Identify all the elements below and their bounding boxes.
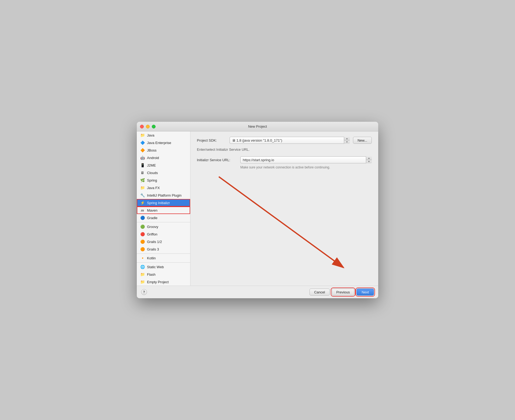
sidebar-item-label: Java xyxy=(147,133,154,137)
sdk-row: Project SDK: 🖥 1.8 (java version "1.8.0_… xyxy=(197,137,372,144)
minimize-button[interactable] xyxy=(146,125,150,128)
sidebar-item-intellij-platform-plugin[interactable]: 🔧 IntelliJ Platform Plugin xyxy=(137,191,190,199)
intellij-plugin-icon: 🔧 xyxy=(140,193,145,198)
url-input-box[interactable]: https://start.spring.io xyxy=(240,156,372,163)
sidebar-item-static-web[interactable]: 🌐 Static Web xyxy=(137,263,190,271)
url-label: Initializr Service URL: xyxy=(197,158,237,162)
bottom-bar: ? Cancel Previous Next xyxy=(137,286,378,298)
j2me-icon: 📱 xyxy=(140,163,145,168)
java-icon: 📁 xyxy=(140,133,145,138)
maven-icon: m xyxy=(140,208,145,213)
sidebar-item-label: Spring Initializr xyxy=(147,201,170,205)
sdk-stepper-up-button[interactable]: ▲ xyxy=(344,137,350,141)
sidebar-item-java[interactable]: 📁 Java xyxy=(137,131,190,139)
sidebar-item-label: Spring xyxy=(147,178,157,182)
java-fx-icon: 📁 xyxy=(140,185,145,190)
help-button[interactable]: ? xyxy=(141,289,147,295)
previous-button[interactable]: Previous xyxy=(332,289,355,296)
grails-12-icon: 🟠 xyxy=(140,239,145,244)
next-button[interactable]: Next xyxy=(356,289,374,296)
sdk-select-wrapper: 🖥 1.8 (java version "1.8.0_171") ▲ ▼ xyxy=(230,137,350,144)
url-row: Initializr Service URL: https://start.sp… xyxy=(197,156,372,163)
sidebar-item-java-fx[interactable]: 📁 Java FX xyxy=(137,184,190,191)
url-value: https://start.spring.io xyxy=(243,158,274,162)
sidebar-item-spring[interactable]: 🌿 Spring xyxy=(137,176,190,184)
groovy-icon: 🟢 xyxy=(140,224,145,229)
sidebar-item-label: Java FX xyxy=(147,186,160,190)
url-stepper: ▲ ▼ xyxy=(366,156,372,163)
flash-icon: 📁 xyxy=(140,272,145,277)
sidebar-item-griffon[interactable]: 🔴 Griffon xyxy=(137,230,190,238)
sdk-value: 🖥 1.8 (java version "1.8.0_171") xyxy=(232,138,282,142)
sidebar-item-label: Maven xyxy=(147,208,157,212)
sidebar-item-label: Empty Project xyxy=(147,280,169,284)
main-panel: Project SDK: 🖥 1.8 (java version "1.8.0_… xyxy=(190,131,378,286)
sidebar-item-label: Flash xyxy=(147,272,156,277)
sidebar-divider xyxy=(137,222,190,222)
window-title: New Project xyxy=(248,124,267,128)
griffon-icon: 🔴 xyxy=(140,232,145,237)
sidebar-item-label: J2ME xyxy=(147,163,156,167)
sdk-stepper: ▲ ▼ xyxy=(344,137,350,144)
gradle-icon: 🔵 xyxy=(140,215,145,220)
sidebar-divider-3 xyxy=(137,262,190,263)
url-stepper-up-button[interactable]: ▲ xyxy=(366,156,372,160)
spring-initializr-icon: ⚡ xyxy=(140,200,145,205)
hint-text: Enter/select Initializr Service URL. xyxy=(197,148,372,152)
arrow-area xyxy=(197,175,372,280)
sidebar-item-jboss[interactable]: 🔶 JBoss xyxy=(137,146,190,154)
sidebar-item-label: Griffon xyxy=(147,232,157,236)
sidebar-item-grails-12[interactable]: 🟠 Grails 1/2 xyxy=(137,238,190,245)
sidebar-item-label: Groovy xyxy=(147,225,158,229)
url-stepper-down-button[interactable]: ▼ xyxy=(366,160,372,164)
sidebar-item-groovy[interactable]: 🟢 Groovy xyxy=(137,223,190,230)
arrow-annotation xyxy=(197,175,372,280)
sdk-stepper-down-button[interactable]: ▼ xyxy=(344,141,350,144)
sidebar-item-flash[interactable]: 📁 Flash xyxy=(137,271,190,278)
sidebar-item-label: JBoss xyxy=(147,148,156,152)
window-body: 📁 Java 🔷 Java Enterprise 🔶 JBoss 🤖 Andro… xyxy=(137,131,378,286)
sidebar-item-j2me[interactable]: 📱 J2ME xyxy=(137,161,190,169)
sidebar-item-kotlin[interactable]: 🔸 Kotlin xyxy=(137,254,190,262)
sidebar-item-empty-project[interactable]: 📁 Empty Project xyxy=(137,278,190,286)
sidebar-item-label: Grails 3 xyxy=(147,247,159,251)
spring-icon: 🌿 xyxy=(140,178,145,183)
close-button[interactable] xyxy=(140,125,144,128)
sidebar-item-label: Static Web xyxy=(147,265,164,269)
sidebar-item-label: Gradle xyxy=(147,216,157,220)
jboss-icon: 🔶 xyxy=(140,148,145,153)
sidebar-divider-2 xyxy=(137,253,190,254)
maximize-button[interactable] xyxy=(152,125,156,128)
cancel-button[interactable]: Cancel xyxy=(310,289,329,296)
sidebar-item-label: Android xyxy=(147,156,159,160)
sidebar-item-maven[interactable]: m Maven xyxy=(137,207,190,214)
new-project-window: New Project 📁 Java 🔷 Java Enterprise 🔶 J… xyxy=(137,122,378,298)
sdk-select-box[interactable]: 🖥 1.8 (java version "1.8.0_171") xyxy=(230,137,350,144)
sidebar-item-grails-3[interactable]: 🟠 Grails 3 xyxy=(137,245,190,253)
sidebar-item-gradle[interactable]: 🔵 Gradle xyxy=(137,214,190,222)
empty-project-icon: 📁 xyxy=(140,279,145,284)
static-web-icon: 🌐 xyxy=(140,264,145,269)
sidebar-item-java-enterprise[interactable]: 🔷 Java Enterprise xyxy=(137,139,190,146)
clouds-icon: 🖥 xyxy=(140,170,145,175)
sidebar-item-android[interactable]: 🤖 Android xyxy=(137,154,190,161)
sidebar-item-spring-initializr[interactable]: ⚡ Spring Initializr xyxy=(137,199,190,207)
url-input-wrapper: https://start.spring.io ▲ ▼ xyxy=(240,156,372,163)
kotlin-icon: 🔸 xyxy=(140,256,145,260)
titlebar: New Project xyxy=(137,122,378,131)
sidebar-item-label: Clouds xyxy=(147,171,158,175)
window-controls xyxy=(140,125,156,128)
grails-3-icon: 🟠 xyxy=(140,247,145,252)
sidebar-item-clouds[interactable]: 🖥 Clouds xyxy=(137,169,190,176)
new-sdk-button[interactable]: New... xyxy=(353,137,372,144)
svg-line-1 xyxy=(219,177,344,268)
sidebar-item-label: IntelliJ Platform Plugin xyxy=(147,193,182,197)
sidebar: 📁 Java 🔷 Java Enterprise 🔶 JBoss 🤖 Andro… xyxy=(137,131,190,286)
sdk-label: Project SDK: xyxy=(197,138,226,142)
sidebar-item-label: Kotlin xyxy=(147,256,156,260)
java-enterprise-icon: 🔷 xyxy=(140,140,145,145)
sidebar-item-label: Grails 1/2 xyxy=(147,240,162,244)
sidebar-item-label: Java Enterprise xyxy=(147,141,171,145)
url-note: Make sure your network connection is act… xyxy=(240,165,372,169)
android-icon: 🤖 xyxy=(140,155,145,160)
